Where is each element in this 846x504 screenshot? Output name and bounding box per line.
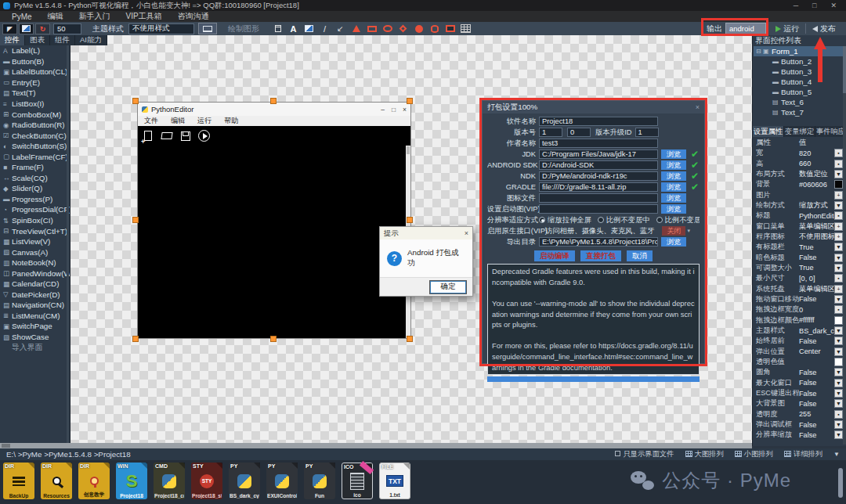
property-value[interactable]: 菜单编辑区 <box>799 221 834 232</box>
property-value[interactable]: False <box>799 295 834 303</box>
property-value[interactable]: 不使用图标 <box>799 232 834 242</box>
property-scrollbar[interactable] <box>843 46 846 445</box>
dropdown-icon[interactable]: ▼ <box>834 326 843 335</box>
dropdown-icon[interactable]: ▼ <box>834 399 843 408</box>
output-target-combo[interactable]: android <box>725 23 766 34</box>
menu-item-3[interactable]: 新手入门 <box>72 11 118 22</box>
tree-item-Button_3[interactable]: ▬Button_3 <box>754 67 843 77</box>
property-value[interactable]: #ffffff <box>799 316 834 324</box>
package-action-1[interactable]: 启动编译 <box>534 250 575 261</box>
theme-style-combo[interactable]: 不使用样式 <box>128 23 194 34</box>
package-close-icon[interactable]: × <box>696 103 700 111</box>
small-icons-view-button[interactable]: 小图排列 <box>735 449 773 459</box>
edit-icon[interactable]: ▪ <box>834 410 843 419</box>
breadcrumb[interactable]: E:\ >PyMe >PyMe1.5.4.8 >Project18 <box>6 450 131 459</box>
menu-item-4[interactable]: VIP工具箱 <box>119 11 169 22</box>
add-icon[interactable]: + <box>834 222 843 231</box>
export-dir-input[interactable]: E:\PyMe\PyMe1.5.4.8\Project18\Project <box>539 237 658 247</box>
sidebar-item-导入界面[interactable]: 导入界面 <box>0 342 70 353</box>
designer-minimize-button[interactable]: – <box>381 106 385 113</box>
file-tile-Project18_sty[interactable]: STYSTYProject18_sty <box>191 463 222 499</box>
file-tile-BackUp[interactable]: DIRBackUp <box>3 463 34 499</box>
export-browse-button[interactable]: 浏览 <box>661 237 686 247</box>
table-tool-icon[interactable] <box>460 23 472 34</box>
selection-handle-bottom-right[interactable] <box>407 336 413 342</box>
sidebar-item-SwitchPage[interactable]: ▣SwitchPage <box>0 321 70 332</box>
picture-tool-icon[interactable] <box>303 23 315 34</box>
dropdown-icon[interactable]: ▼ <box>834 295 843 304</box>
sidebar-item-ShowCase[interactable]: ▨ShowCase <box>0 332 70 343</box>
selection-handle-top-right[interactable] <box>407 98 413 104</box>
view-dropdown-icon[interactable]: ▼ <box>833 451 840 458</box>
sidebar-item-LabelButton(CL)[interactable]: ▣LabelButton(CL) <box>0 67 70 77</box>
file-tile-EXUIControl[interactable]: PYEXUIControl <box>266 463 298 499</box>
cylinder-tool-icon[interactable] <box>428 23 440 34</box>
property-value[interactable]: False <box>799 421 834 429</box>
sidebar-item-SwitchButton(S)[interactable]: ◐SwitchButton(S) <box>0 141 70 152</box>
resolution-radio-3[interactable]: 比例不变居顶 <box>656 215 700 225</box>
version-input[interactable]: 0 <box>567 128 591 137</box>
arrow-tool-icon[interactable]: ↙ <box>334 23 346 34</box>
tree-item-Form_1[interactable]: ⊟▣Form_1 <box>754 46 843 56</box>
dropdown-icon[interactable]: ▼ <box>834 243 843 251</box>
sidebar-item-Label(L)[interactable]: ALabel(L) <box>0 45 70 56</box>
selection-handle-top-mid[interactable] <box>270 98 277 104</box>
sidebar-item-PanedWindow(W)[interactable]: ◫PanedWindow(W) <box>0 268 70 279</box>
property-value[interactable]: 660 <box>799 160 834 167</box>
field-input[interactable]: D:/Android-SDK <box>539 160 658 170</box>
close-button[interactable]: ✕ <box>830 2 837 9</box>
color-swatch[interactable] <box>834 316 843 325</box>
sidebar-item-NoteBook(N)[interactable]: ▥NoteBook(N) <box>0 257 70 268</box>
tree-item-Text_6[interactable]: ▤Text_6 <box>754 97 843 107</box>
browse-button[interactable]: 浏览 <box>661 160 686 170</box>
browse-button[interactable]: 浏览 <box>661 182 686 192</box>
sidebar-item-Button(B)[interactable]: ▬Button(B) <box>0 56 70 67</box>
upgrade-id-input[interactable]: 1 <box>635 128 659 137</box>
browse-button[interactable]: 浏览 <box>661 204 686 214</box>
sidebar-item-ProgressDial(CP)[interactable]: ◔ProgressDial(CP) <box>0 204 70 215</box>
file-tile-创意教学[interactable]: DIR创意教学 <box>78 463 110 499</box>
selection-handle-bottom-left[interactable] <box>132 336 139 342</box>
fill-tool-button[interactable]: ◤ <box>2 23 17 34</box>
sidebar-item-ListView(V)[interactable]: ▦ListView(V) <box>0 236 70 247</box>
ellipse-tool-icon[interactable] <box>381 23 393 34</box>
field-input[interactable]: file:///D:/gradle-8.11-all.zip <box>539 182 658 192</box>
run-script-icon[interactable] <box>196 128 212 144</box>
text-tool-icon[interactable]: A <box>287 23 299 34</box>
designer-close-button[interactable]: × <box>403 106 407 113</box>
sidebar-item-RadioButton(R)[interactable]: ◉RadioButton(R) <box>0 120 70 131</box>
field-input[interactable]: Project18 <box>539 117 658 126</box>
property-value[interactable]: False <box>799 337 834 345</box>
package-action-3[interactable]: 取消 <box>627 250 653 261</box>
property-value[interactable]: Center <box>799 347 834 355</box>
dropdown-icon[interactable]: ▼ <box>834 389 843 398</box>
detail-view-button[interactable]: 详细排列 <box>784 449 822 459</box>
edit-icon[interactable]: ▪ <box>834 160 843 168</box>
image-tool-button[interactable] <box>19 23 34 34</box>
menu-item-1[interactable]: PyMe <box>5 13 39 21</box>
image-frame-tool-icon[interactable] <box>444 23 456 34</box>
selection-handle-top-left[interactable] <box>132 98 139 104</box>
file-tile-1.txt[interactable]: FILETXT1.txt <box>379 463 410 499</box>
sidebar-item-Canvas(A)[interactable]: ▧Canvas(A) <box>0 247 70 257</box>
sidebar-item-SpinBox(CI)[interactable]: ⇅SpinBox(CI) <box>0 215 70 226</box>
canvas-h-scrollbar[interactable] <box>0 443 752 448</box>
property-value[interactable]: BS_dark_cyb <box>799 327 834 335</box>
rectangle-tool-icon[interactable] <box>366 23 378 34</box>
dropdown-icon[interactable]: ▼ <box>834 420 843 429</box>
sidebar-tab-3[interactable]: 组件 <box>50 35 75 45</box>
sidebar-item-TreeView(Ctl+T)[interactable]: ⊟TreeView(Ctl+T) <box>0 225 70 236</box>
file-tile-ico[interactable]: ICOico <box>342 463 373 499</box>
sidebar-tab-1[interactable]: 控件 <box>0 35 25 45</box>
file-tile-BS_dark_cyb[interactable]: PYBS_dark_cyb <box>229 463 260 499</box>
dropdown-icon[interactable]: ▼ <box>834 170 843 178</box>
line-tool-icon[interactable]: / <box>319 23 331 34</box>
designer-menu-4[interactable]: 帮助 <box>224 116 238 126</box>
menu-item-2[interactable]: 编辑 <box>41 11 70 22</box>
property-value[interactable]: [0, 0] <box>799 275 834 283</box>
new-file-icon[interactable] <box>139 128 156 144</box>
sidebar-item-Entry(E)[interactable]: ▭Entry(E) <box>0 77 70 88</box>
file-tile-Resources[interactable]: DIRResources <box>41 463 72 499</box>
right-tab-3[interactable]: 事件响应 <box>815 126 846 137</box>
property-value[interactable]: 255 <box>799 410 834 418</box>
